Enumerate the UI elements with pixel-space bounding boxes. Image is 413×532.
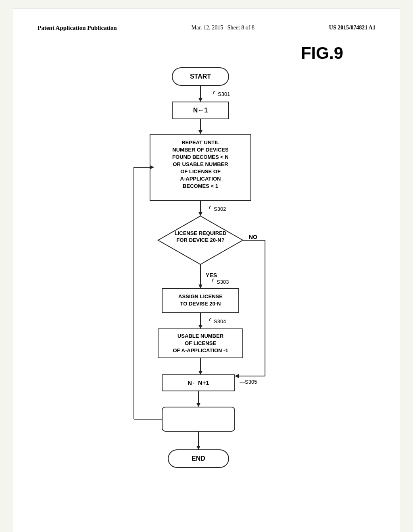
svg-text:S302: S302 [214,206,226,212]
diagram-area: FIG.9 START S301 N←1 REPEAT UNTIL N [38,44,375,531]
svg-text:OF LICENSE OF: OF LICENSE OF [180,168,221,175]
svg-text:FOR DEVICE 20-N?: FOR DEVICE 20-N? [176,237,224,243]
svg-text:ASSIGN LICENSE: ASSIGN LICENSE [178,293,223,299]
header-publication-type: Patent Application Publication [38,25,117,31]
svg-marker-32 [198,325,202,329]
svg-text:BECOMES < 1: BECOMES < 1 [183,183,218,189]
svg-text:OR USABLE NUMBER: OR USABLE NUMBER [173,161,228,167]
svg-text:FOUND BECOMES < N: FOUND BECOMES < N [172,154,229,160]
page-header: Patent Application Publication Mar. 12, … [38,25,375,31]
flowchart-svg: START S301 N←1 REPEAT UNTIL NUMBER OF DE… [110,64,303,531]
svg-text:S303: S303 [217,279,229,285]
svg-marker-55 [196,446,200,450]
patent-page: Patent Application Publication Mar. 12, … [13,8,400,532]
svg-marker-18 [198,212,202,216]
svg-marker-48 [196,403,200,407]
svg-text:S301: S301 [218,91,230,97]
header-sheet: Sheet 8 of 8 [227,25,254,31]
svg-marker-3 [198,98,202,102]
svg-marker-8 [198,130,202,134]
svg-marker-41 [235,374,239,378]
header-date-sheet: Mar. 12, 2015 Sheet 8 of 8 [192,25,254,31]
svg-marker-27 [198,285,202,289]
svg-text:YES: YES [206,272,217,278]
svg-text:N←1: N←1 [193,107,208,114]
svg-text:LICENSE REQUIRED: LICENSE REQUIRED [175,230,227,236]
svg-text:N←N+1: N←N+1 [188,379,209,386]
svg-text:A-APPLICATION: A-APPLICATION [180,176,221,182]
header-date: Mar. 12, 2015 [192,25,223,31]
svg-text:OF LICENSE: OF LICENSE [185,340,216,346]
svg-text:REPEAT UNTIL: REPEAT UNTIL [181,139,219,145]
figure-label: FIG.9 [301,44,343,63]
svg-rect-49 [162,407,235,431]
svg-text:END: END [192,455,205,462]
header-patent-number: US 2015/074821 A1 [329,25,375,31]
svg-marker-43 [198,371,202,375]
svg-text:NUMBER OF DEVICES: NUMBER OF DEVICES [172,147,229,153]
svg-text:START: START [190,73,211,80]
svg-text:OF A-APPLICATION -1: OF A-APPLICATION -1 [173,347,228,353]
svg-text:NO: NO [249,234,257,240]
svg-text:USABLE NUMBER: USABLE NUMBER [177,333,224,339]
svg-text:—S305: —S305 [240,379,257,385]
svg-text:TO DEVISE 20-N: TO DEVISE 20-N [180,301,221,307]
svg-text:S304: S304 [214,318,226,324]
